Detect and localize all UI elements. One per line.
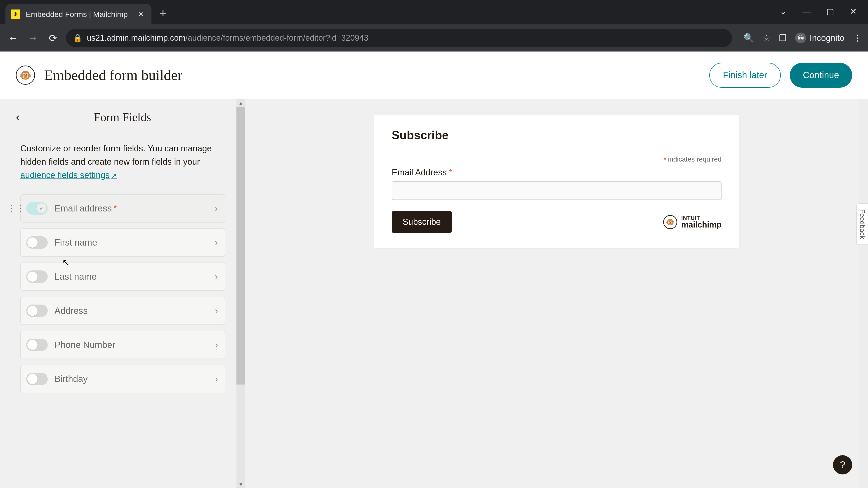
form-preview-title: Subscribe <box>392 128 721 142</box>
mailchimp-logo: 🐵 <box>16 66 35 85</box>
drag-handle-icon[interactable]: ⋮⋮ <box>7 203 25 214</box>
url-text: us21.admin.mailchimp.com/audience/forms/… <box>87 33 368 43</box>
field-label: Phone Number <box>55 340 115 350</box>
forward-button[interactable]: → <box>26 31 40 45</box>
scroll-down-icon[interactable]: ▾ <box>237 480 245 488</box>
chevron-right-icon: › <box>215 374 218 384</box>
finish-later-button[interactable]: Finish later <box>709 63 781 88</box>
canvas-scrollbar-track[interactable] <box>860 99 868 488</box>
field-row[interactable]: Birthday› <box>20 365 225 393</box>
required-indicator-note: * indicates required <box>392 156 721 164</box>
close-window-icon[interactable]: ✕ <box>850 7 857 16</box>
sidebar-scrollbar-thumb[interactable] <box>237 107 245 385</box>
chevron-right-icon: › <box>215 340 218 350</box>
search-icon[interactable]: 🔍 <box>743 33 754 43</box>
tab-search-icon[interactable]: ⌄ <box>780 7 786 16</box>
incognito-icon: 🕶 <box>795 33 806 43</box>
field-row-wrap: ⋮⋮Last name› <box>20 263 225 291</box>
maximize-icon[interactable]: ▢ <box>827 7 834 16</box>
chevron-right-icon: › <box>215 306 218 316</box>
field-row-wrap: ⋮⋮Birthday› <box>20 365 225 393</box>
form-preview-canvas: Subscribe * indicates required Email Add… <box>245 99 868 488</box>
field-row[interactable]: Address› <box>20 297 225 325</box>
field-row-wrap: ⋮⋮✓Email address*› <box>20 194 225 223</box>
field-toggle[interactable] <box>26 373 48 385</box>
mailchimp-favicon: ✳ <box>11 9 20 19</box>
chevron-right-icon: › <box>215 237 218 248</box>
sidebar-back-button[interactable]: ‹ <box>16 110 20 124</box>
address-bar[interactable]: 🔒 us21.admin.mailchimp.com/audience/form… <box>66 29 732 47</box>
extensions-icon[interactable]: ❐ <box>779 33 786 43</box>
audience-fields-settings-link[interactable]: audience fields settings↗ <box>20 170 117 180</box>
chevron-right-icon: › <box>215 203 218 214</box>
external-link-icon: ↗ <box>111 172 117 180</box>
field-row-wrap: ⋮⋮Phone Number› <box>20 331 225 359</box>
window-controls: ⌄ ― ▢ ✕ <box>780 7 868 24</box>
field-row[interactable]: Last name› <box>20 263 225 291</box>
help-button[interactable]: ? <box>833 455 852 475</box>
brand-line-2: mailchimp <box>681 221 721 229</box>
field-row-wrap: ⋮⋮First name› <box>20 228 225 257</box>
minimize-icon[interactable]: ― <box>802 7 811 16</box>
incognito-indicator[interactable]: 🕶 Incognito <box>795 33 844 43</box>
back-button[interactable]: ← <box>6 31 20 45</box>
field-label: Address <box>55 306 88 316</box>
field-row[interactable]: ✓Email address*› <box>20 194 225 223</box>
email-address-input[interactable] <box>392 182 721 200</box>
sidebar-description-text: Customize or reorder form fields. You ca… <box>20 144 212 166</box>
brand-line-1: INTUIT <box>681 215 721 221</box>
field-toggle[interactable] <box>26 270 48 283</box>
field-row[interactable]: Phone Number› <box>20 331 225 359</box>
continue-button[interactable]: Continue <box>790 63 852 88</box>
chevron-right-icon: › <box>215 271 218 282</box>
incognito-label: Incognito <box>810 33 844 43</box>
field-label: Last name <box>55 271 97 282</box>
field-toggle[interactable] <box>26 304 48 317</box>
field-toggle[interactable] <box>26 236 48 249</box>
subscribe-button[interactable]: Subscribe <box>392 211 452 233</box>
sidebar-description: Customize or reorder form fields. You ca… <box>20 142 225 182</box>
reload-button[interactable]: ⟳ <box>46 31 60 45</box>
field-row[interactable]: First name› <box>20 228 225 257</box>
feedback-tab[interactable]: Feedback <box>856 203 868 245</box>
email-address-label: Email Address* <box>392 168 721 177</box>
form-preview-card: Subscribe * indicates required Email Add… <box>374 115 739 248</box>
sidebar-title: Form Fields <box>94 110 151 124</box>
required-asterisk-icon: * <box>114 203 117 213</box>
sidebar-scrollbar-track[interactable]: ▴ ▾ <box>237 99 245 488</box>
browser-tab[interactable]: ✳ Embedded Forms | Mailchimp × <box>5 4 151 24</box>
bookmark-icon[interactable]: ☆ <box>763 33 770 43</box>
page-title: Embedded form builder <box>44 67 182 84</box>
field-toggle[interactable] <box>26 339 48 351</box>
tab-title: Embedded Forms | Mailchimp <box>26 10 128 19</box>
close-tab-icon[interactable]: × <box>138 9 143 19</box>
browser-toolbar: ← → ⟳ 🔒 us21.admin.mailchimp.com/audienc… <box>0 24 868 52</box>
field-label: First name <box>55 237 97 248</box>
field-label: Birthday <box>55 374 88 384</box>
asterisk-icon: * <box>663 156 666 163</box>
field-row-wrap: ⋮⋮Address› <box>20 297 225 325</box>
url-path: /audience/forms/embedded-form/editor?id=… <box>185 33 368 42</box>
browser-tab-strip: ✳ Embedded Forms | Mailchimp × + ⌄ ― ▢ ✕ <box>0 0 868 24</box>
form-fields-sidebar: ‹ Form Fields Customize or reorder form … <box>0 99 245 488</box>
url-host: us21.admin.mailchimp.com <box>87 33 185 42</box>
kebab-menu-icon[interactable]: ⋮ <box>853 33 862 43</box>
field-toggle: ✓ <box>26 202 48 215</box>
app-header: 🐵 Embedded form builder Finish later Con… <box>0 52 868 99</box>
scroll-up-icon[interactable]: ▴ <box>237 99 245 107</box>
new-tab-button[interactable]: + <box>160 6 166 20</box>
mailchimp-brand-icon: 🐵 <box>663 215 677 229</box>
lock-icon: 🔒 <box>73 33 82 42</box>
field-label: Email address <box>55 203 112 214</box>
mailchimp-branding[interactable]: 🐵 INTUIT mailchimp <box>663 215 721 229</box>
